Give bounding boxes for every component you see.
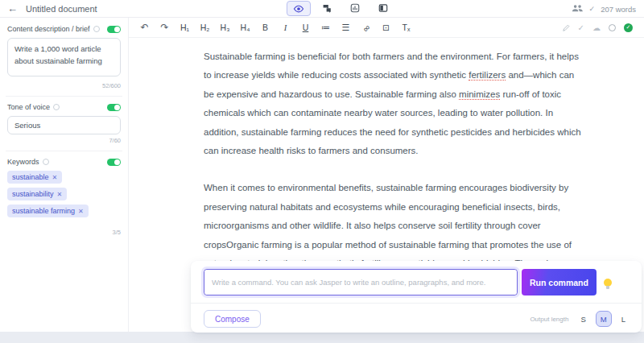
brief-textarea[interactable]: Write a 1,000 word article about sustain… bbox=[7, 38, 121, 76]
toolbar-redo[interactable]: ↷ bbox=[155, 19, 174, 36]
format-toolbar: ↶↷H₁H₂H₃H₄BIU≔☰∞⊡Tₓ bbox=[135, 19, 415, 36]
sidebar-divider bbox=[6, 151, 122, 151]
toolbar-italic[interactable]: I bbox=[276, 19, 295, 36]
view-mode-comments[interactable] bbox=[315, 1, 339, 16]
pencil-icon bbox=[563, 24, 570, 31]
editor-status-icons: ✓ ☁ ✓ bbox=[563, 23, 644, 32]
toolbar-link[interactable]: ∞ bbox=[353, 14, 378, 39]
output-length-group: Output length SML bbox=[530, 311, 630, 327]
text-run: When it comes to environmental benefits,… bbox=[204, 183, 572, 268]
run-command-button[interactable]: Run command bbox=[522, 269, 597, 295]
output-size-buttons: SML bbox=[576, 311, 630, 327]
command-input-wrap bbox=[204, 269, 518, 295]
keyword-tag: sustainable farming✕ bbox=[7, 205, 89, 217]
remove-tag-icon[interactable]: ✕ bbox=[52, 174, 58, 181]
document-title[interactable]: Untitled document bbox=[26, 4, 97, 14]
view-mode-editor[interactable] bbox=[287, 1, 311, 16]
toolbar-undo[interactable]: ↶ bbox=[135, 19, 154, 36]
tone-toggle[interactable] bbox=[107, 104, 121, 111]
keywords-section-header: Keywords bbox=[7, 158, 121, 166]
output-length-label: Output length bbox=[530, 316, 568, 323]
sidebar-layout-icon bbox=[378, 2, 388, 16]
text-run: run-off of toxic chemicals which can con… bbox=[204, 89, 581, 155]
tone-label: Tone of voice bbox=[7, 103, 50, 111]
check-icon: ✓ bbox=[578, 23, 584, 32]
lightbulb-icon[interactable] bbox=[604, 279, 612, 287]
remove-tag-icon[interactable]: ✕ bbox=[78, 208, 84, 215]
saved-check-icon: ✓ bbox=[589, 5, 596, 13]
top-header: ← Untitled document ✓ 207 word bbox=[0, 0, 644, 18]
remove-tag-icon[interactable]: ✕ bbox=[57, 191, 63, 198]
toolbar-ordered-list[interactable]: ≔ bbox=[316, 19, 335, 36]
output-size-m[interactable]: M bbox=[596, 311, 612, 327]
keywords-label: Keywords bbox=[7, 158, 39, 166]
window-bottom-strip bbox=[0, 332, 644, 343]
info-icon bbox=[93, 26, 100, 32]
toolbar-heading-2[interactable]: H₂ bbox=[196, 19, 214, 36]
toolbar-heading-1[interactable]: H₁ bbox=[175, 19, 194, 36]
brief-char-count: 52/600 bbox=[7, 82, 121, 89]
command-card: Run command Compose Output length SML bbox=[191, 261, 642, 333]
collaborators-icon[interactable] bbox=[572, 2, 584, 16]
toolbar-underline[interactable]: U bbox=[296, 19, 315, 36]
view-mode-seo-insights[interactable] bbox=[343, 1, 367, 16]
view-mode-switcher bbox=[287, 1, 395, 16]
keyword-tags: sustainable✕sustainability✕sustainable f… bbox=[7, 171, 121, 217]
back-arrow-icon[interactable]: ← bbox=[7, 2, 18, 14]
tone-section-header: Tone of voice bbox=[7, 103, 121, 111]
toolbar-heading-4[interactable]: H₄ bbox=[236, 19, 254, 36]
grammar-badge-icon[interactable]: ✓ bbox=[624, 23, 633, 32]
info-icon bbox=[53, 104, 60, 110]
keywords-count: 3/5 bbox=[7, 229, 121, 236]
output-size-s[interactable]: S bbox=[576, 311, 590, 327]
analytics-icon bbox=[350, 2, 360, 16]
assistant-icon[interactable] bbox=[609, 24, 616, 31]
eye-icon bbox=[293, 2, 304, 16]
format-toolbar-row: ↶↷H₁H₂H₃H₄BIU≔☰∞⊡Tₓ ✓ ☁ ✓ bbox=[129, 18, 644, 38]
output-size-l[interactable]: L bbox=[617, 311, 630, 327]
toolbar-image[interactable]: ⊡ bbox=[377, 19, 395, 36]
tone-char-count: 7/60 bbox=[7, 137, 121, 144]
spellcheck-underlined-word: fertilizers bbox=[469, 70, 506, 81]
comments-icon bbox=[322, 2, 332, 16]
command-bottom-row: Compose Output length SML bbox=[191, 304, 642, 328]
header-right-group: ✓ 207 words bbox=[572, 0, 636, 18]
command-input[interactable] bbox=[204, 270, 517, 295]
brief-label: Content description / brief bbox=[7, 25, 90, 33]
command-row: Run command bbox=[191, 261, 642, 303]
toolbar-bullet-list[interactable]: ☰ bbox=[336, 19, 355, 36]
toolbar-bold[interactable]: B bbox=[256, 19, 275, 36]
keywords-toggle[interactable] bbox=[107, 159, 121, 166]
compose-button[interactable]: Compose bbox=[204, 310, 261, 328]
keyword-tag: sustainable✕ bbox=[7, 171, 62, 184]
paragraph[interactable]: Sustainable farming is beneficial for bo… bbox=[204, 48, 585, 160]
toolbar-heading-3[interactable]: H₃ bbox=[216, 19, 234, 36]
keyword-tag: sustainability✕ bbox=[7, 188, 67, 200]
word-count: 207 words bbox=[601, 5, 636, 14]
tone-input[interactable] bbox=[7, 116, 121, 134]
spellcheck-underlined-word: minimizes bbox=[459, 89, 500, 100]
keyword-tag-label: sustainability bbox=[12, 190, 54, 198]
cloud-icon: ☁ bbox=[592, 23, 601, 32]
toolbar-clear-formatting[interactable]: Tₓ bbox=[397, 19, 415, 36]
brief-section-header: Content description / brief bbox=[7, 25, 121, 33]
brief-toggle[interactable] bbox=[107, 26, 121, 33]
view-mode-sidebar-layout[interactable] bbox=[371, 1, 395, 16]
keyword-tag-label: sustainable farming bbox=[12, 207, 75, 215]
keyword-tag-label: sustainable bbox=[12, 173, 49, 181]
info-icon bbox=[43, 159, 49, 165]
sidebar-divider bbox=[6, 96, 122, 97]
compose-sidebar: Content description / brief Write a 1,00… bbox=[0, 18, 129, 332]
